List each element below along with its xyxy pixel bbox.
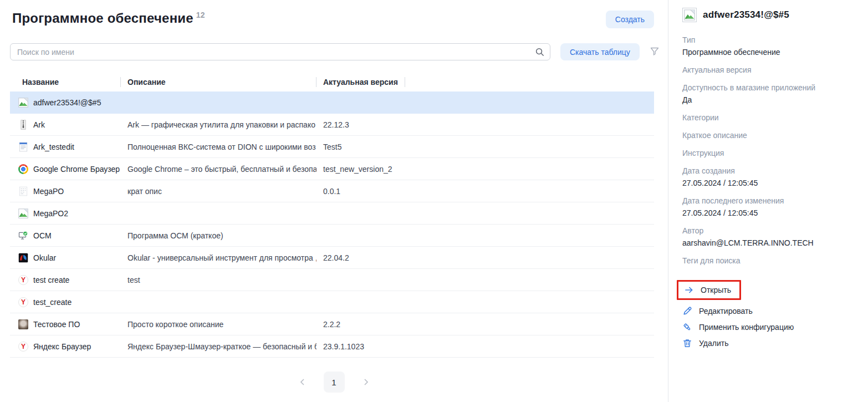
next-page-button[interactable] bbox=[359, 375, 372, 389]
row-description: Okular - универсальный инструмент для пр… bbox=[121, 253, 316, 262]
row-name: OCM bbox=[33, 231, 52, 240]
detail-field: Категории bbox=[682, 113, 858, 123]
zip-archive-icon bbox=[18, 120, 28, 130]
detail-field: Актуальная версия bbox=[682, 65, 858, 75]
broken-image-icon bbox=[682, 8, 697, 22]
main-panel: Программное обеспечение12 Создать Скачат… bbox=[0, 0, 668, 402]
action-label: Редактировать bbox=[699, 307, 753, 316]
document-icon bbox=[18, 142, 28, 152]
field-label: Инструкция bbox=[682, 148, 858, 158]
row-name: Google Chrome Браузер bbox=[33, 165, 120, 174]
software-app: Программное обеспечение12 Создать Скачат… bbox=[0, 0, 868, 402]
pencil-icon bbox=[682, 306, 692, 316]
row-name: MegaPO2 bbox=[33, 209, 68, 218]
toolbar: Скачать таблицу bbox=[10, 43, 654, 60]
action-item[interactable]: Редактировать bbox=[682, 306, 753, 316]
row-name-cell: MegaPO bbox=[10, 186, 121, 196]
row-name-cell: Google Chrome Браузер bbox=[10, 164, 121, 174]
action-label: Открыть bbox=[701, 286, 731, 294]
filter-button[interactable] bbox=[649, 45, 661, 59]
row-version: 23.9.1.1023 bbox=[316, 342, 405, 351]
faded-document-icon bbox=[18, 186, 28, 196]
funnel-icon bbox=[650, 46, 660, 56]
yandex-icon: Y bbox=[18, 275, 28, 285]
column-header-version: Актуальная версия bbox=[316, 73, 405, 91]
monitor-check-icon bbox=[18, 231, 28, 241]
row-name-cell: MegaPO2 bbox=[10, 208, 121, 218]
row-version: 2.2.2 bbox=[316, 320, 405, 329]
row-name: adfwer23534!@$#5 bbox=[33, 98, 101, 107]
table-body: adfwer23534!@$#5 Ark Ark — графическая у… bbox=[10, 91, 654, 358]
chevron-right-icon bbox=[361, 378, 370, 386]
table-header: Название Описание Актуальная версия bbox=[10, 73, 654, 91]
field-value: Да bbox=[682, 95, 858, 105]
create-button[interactable]: Создать bbox=[606, 11, 654, 28]
table-row[interactable]: MegaPO2 bbox=[10, 202, 654, 225]
detail-field: Доступность в магазине приложений Да bbox=[682, 83, 858, 105]
table-row[interactable]: Okular Okular - универсальный инструмент… bbox=[10, 247, 654, 269]
row-name-cell: OCM bbox=[10, 231, 121, 241]
yandex-icon: Y bbox=[18, 342, 28, 352]
page-header: Программное обеспечение12 Создать bbox=[12, 11, 654, 28]
row-description: test bbox=[121, 276, 316, 284]
row-name-cell: Ark_testedit bbox=[10, 142, 121, 152]
row-name: MegaPO bbox=[33, 187, 64, 196]
table-row[interactable]: OCM Программа ОСМ (краткое) bbox=[10, 225, 654, 247]
sidebar-title-row: adfwer23534!@$#5 bbox=[682, 8, 858, 22]
table-row[interactable]: MegaPO крат опис 0.0.1 bbox=[10, 180, 654, 202]
sidebar-actions: Открыть Редактировать Применить конфигур… bbox=[682, 280, 858, 348]
row-name-cell: Ark bbox=[10, 120, 121, 130]
table-row[interactable]: Ark_testedit Полноценная ВКС-система от … bbox=[10, 136, 654, 158]
table-row[interactable]: Тестовое ПО Просто короткое описание 2.2… bbox=[10, 313, 654, 335]
action-item[interactable]: Применить конфигурацию bbox=[682, 322, 794, 332]
download-table-button[interactable]: Скачать таблицу bbox=[560, 43, 640, 60]
item-count-badge: 12 bbox=[196, 11, 205, 19]
column-header-description: Описание bbox=[121, 73, 316, 91]
field-value: aarshavin@LCM.TERRA.INNO.TECH bbox=[682, 238, 858, 248]
row-name-cell: Тестовое ПО bbox=[10, 319, 121, 329]
detail-field: Инструкция bbox=[682, 148, 858, 158]
row-name-cell: adfwer23534!@$#5 bbox=[10, 98, 121, 108]
field-label: Теги для поиска bbox=[682, 256, 858, 266]
software-table: Название Описание Актуальная версия adfw… bbox=[10, 73, 654, 358]
field-label: Краткое описание bbox=[682, 130, 858, 140]
table-row[interactable]: Ark Ark — графическая утилита для упаков… bbox=[10, 114, 654, 136]
chevron-left-icon bbox=[298, 378, 307, 386]
action-item-highlighted[interactable]: Открыть bbox=[677, 280, 741, 300]
row-name: Ark bbox=[33, 120, 45, 129]
row-description: Ark — графическая утилита для упаковки и… bbox=[121, 120, 316, 129]
sidebar-fields: Тип Программное обеспечение Актуальная в… bbox=[682, 35, 858, 266]
table-row[interactable]: Y test_create bbox=[10, 291, 654, 313]
row-version: 22.12.3 bbox=[316, 120, 405, 129]
table-row[interactable]: Y Яндекс Браузер Яндекс Браузер-Шмаузер-… bbox=[10, 335, 654, 358]
sidebar-title: adfwer23534!@$#5 bbox=[703, 9, 789, 21]
field-value: 27.05.2024 / 12:05:45 bbox=[682, 208, 858, 218]
row-version: 0.0.1 bbox=[316, 187, 405, 196]
chrome-icon bbox=[18, 164, 28, 174]
prev-page-button[interactable] bbox=[296, 375, 309, 389]
page-number-button[interactable]: 1 bbox=[324, 372, 345, 393]
row-name-cell: Okular bbox=[10, 253, 121, 263]
table-row[interactable]: adfwer23534!@$#5 bbox=[10, 91, 654, 114]
yandex-icon: Y bbox=[18, 297, 28, 307]
row-version: Test5 bbox=[316, 143, 405, 151]
detail-field: Дата создания 27.05.2024 / 12:05:45 bbox=[682, 166, 858, 188]
field-label: Автор bbox=[682, 226, 858, 236]
table-row[interactable]: Y test create test bbox=[10, 269, 654, 291]
column-header-name: Название bbox=[10, 73, 121, 91]
action-item[interactable]: Удалить bbox=[682, 338, 728, 348]
search-input[interactable] bbox=[10, 43, 550, 60]
row-description: Программа ОСМ (краткое) bbox=[121, 231, 316, 240]
action-label: Применить конфигурацию bbox=[699, 323, 794, 332]
page-title-text: Программное обеспечение bbox=[12, 11, 193, 26]
action-label: Удалить bbox=[699, 339, 728, 348]
table-row[interactable]: Google Chrome Браузер Google Chrome – эт… bbox=[10, 158, 654, 180]
row-name: test_create bbox=[33, 298, 72, 307]
row-name: Ark_testedit bbox=[33, 143, 74, 151]
pagination: 1 bbox=[0, 372, 668, 393]
column-header-spacer bbox=[405, 73, 654, 91]
field-value: Программное обеспечение bbox=[682, 47, 858, 57]
flash-drive-icon bbox=[682, 322, 692, 332]
row-description: Яндекс Браузер-Шмаузер-краткое — безопас… bbox=[121, 342, 316, 351]
field-label: Доступность в магазине приложений bbox=[682, 83, 858, 93]
